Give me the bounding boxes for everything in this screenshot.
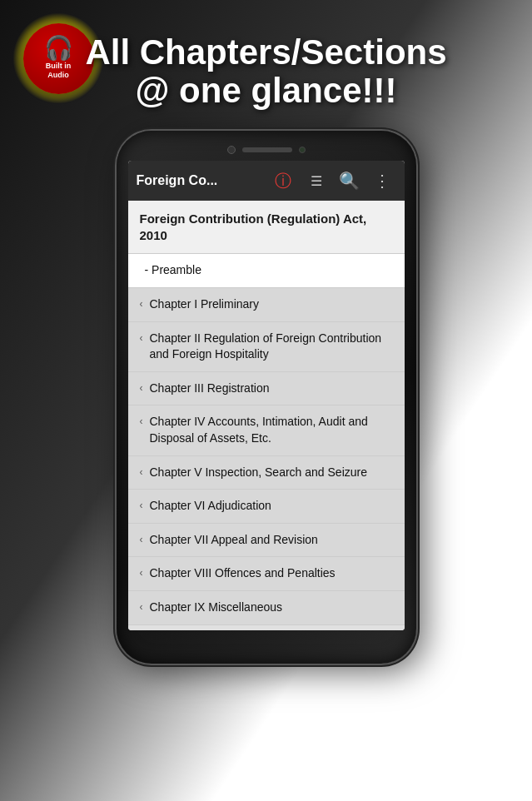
item-text: Chapter VII Appeal and Revision [150,532,318,549]
phone-speaker [242,147,292,152]
list-item[interactable]: ‹ Chapter V Inspection, Search and Seizu… [128,456,405,490]
item-text: Chapter I Preliminary [150,296,260,313]
list-header-text: Foreign Contribution (Regulation) Act, 2… [140,211,393,243]
content-list: Foreign Contribution (Regulation) Act, 2… [128,201,405,630]
info-icon[interactable]: ⓘ [270,167,296,194]
arrow-icon: ‹ [140,466,143,478]
search-icon[interactable]: 🔍 [336,167,363,194]
app-title: Foreign Co... [137,173,263,188]
item-text: Chapter II Regulation of Foreign Contrib… [150,331,393,363]
app-screen: Foreign Co... ⓘ ☰ 🔍 ⋮ Foreign Contributi… [128,161,405,630]
list-header: Foreign Contribution (Regulation) Act, 2… [128,201,405,254]
item-text: Chapter VI Adjudication [150,498,271,515]
list-item[interactable]: ‹ Chapter I Preliminary [128,288,405,322]
phone-camera [227,146,236,154]
list-item[interactable]: - Preamble [128,254,405,288]
list-item[interactable]: ‹ Chapter VII Appeal and Revision [128,524,405,558]
list-item[interactable]: ‹ Chapter IV Accounts, Intimation, Audit… [128,405,405,455]
top-section: All Chapters/Sections @ one glance!!! [0,0,532,118]
phone-sensor [299,147,306,153]
list-item[interactable]: ‹ Chapter VI Adjudication [128,490,405,524]
list-item[interactable]: ‹ Chapter III Registration [128,372,405,406]
arrow-icon: ‹ [140,567,143,579]
arrow-icon: ‹ [140,500,143,511]
arrow-icon: ‹ [140,382,143,394]
list-item[interactable]: ‹ Chapter VIII Offences and Penalties [128,557,405,591]
arrow-icon: ‹ [140,415,143,427]
item-text: - Preamble [145,262,201,279]
item-text: Chapter IV Accounts, Intimation, Audit a… [150,414,393,446]
item-text: Chapter V Inspection, Search and Seizure [150,465,368,481]
phone-mockup: Foreign Co... ⓘ ☰ 🔍 ⋮ Foreign Contributi… [0,131,532,664]
app-toolbar: Foreign Co... ⓘ ☰ 🔍 ⋮ [128,161,405,201]
arrow-icon: ‹ [140,332,143,344]
phone-body: Foreign Co... ⓘ ☰ 🔍 ⋮ Foreign Contributi… [117,131,416,664]
list-icon[interactable]: ☰ [303,167,330,194]
phone-top-bar [128,146,405,154]
arrow-icon: ‹ [140,298,143,310]
item-text: Chapter IX Miscellaneous [150,600,283,616]
list-item[interactable]: ‹ Chapter IX Miscellaneous [128,591,405,625]
item-text: Chapter VIII Offences and Penalties [150,565,336,582]
arrow-icon: ‹ [140,601,143,613]
list-item[interactable]: ‹ Chapter II Regulation of Foreign Contr… [128,322,405,372]
arrow-icon: ‹ [140,534,143,545]
item-text: Chapter III Registration [150,381,270,397]
headline: All Chapters/Sections @ one glance!!! [85,25,446,110]
more-options-icon[interactable]: ⋮ [370,167,396,194]
